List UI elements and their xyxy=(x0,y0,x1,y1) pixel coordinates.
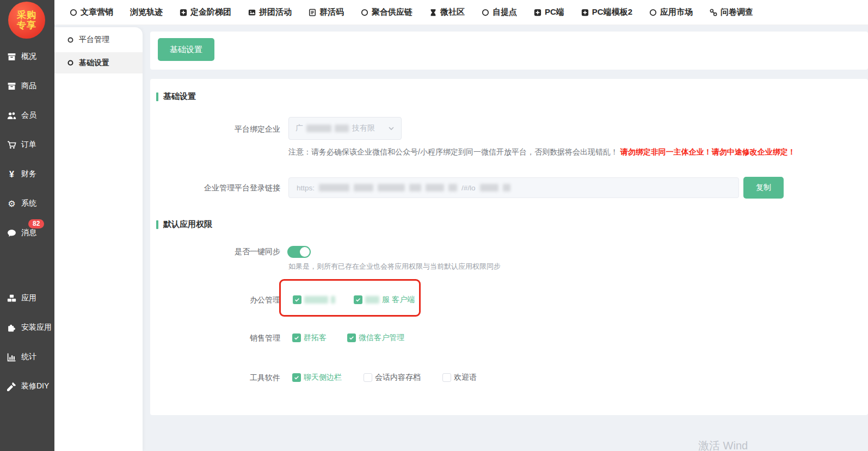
redacted-text xyxy=(448,184,457,191)
copy-button[interactable]: 复制 xyxy=(743,177,784,199)
sidebar-item-overview[interactable]: 概况 xyxy=(0,50,54,63)
circle-icon xyxy=(649,9,657,16)
checked-checkbox-icon xyxy=(347,333,356,342)
nav-item-browse-track[interactable]: 浏览轨迹 xyxy=(130,7,163,17)
sidebar-item-label: 概况 xyxy=(21,52,36,61)
sidebar-item-decorate-diy[interactable]: 装修DIY xyxy=(0,380,54,393)
office-checkbox-group: 服 客户端 xyxy=(293,295,415,305)
office-app2-checkbox[interactable]: 服 客户端 xyxy=(354,295,415,305)
nav-item-pc[interactable]: PC端 xyxy=(534,7,564,17)
unchecked-checkbox-icon xyxy=(364,373,372,382)
unchecked-checkbox-icon xyxy=(442,373,451,382)
redacted-text xyxy=(304,296,328,304)
nav-item-article-marketing[interactable]: 文章营销 xyxy=(70,7,113,17)
sidebar-item-finance[interactable]: ¥ 财务 xyxy=(0,168,54,181)
box-icon xyxy=(7,82,16,91)
hourglass-icon xyxy=(429,9,437,16)
sidebar-item-system[interactable]: ⚙ 系统 xyxy=(0,197,54,210)
nav-item-group-qr[interactable]: 群活码 xyxy=(309,7,344,17)
tab-card xyxy=(150,32,868,70)
nav-item-pc-template2[interactable]: PC端模板2 xyxy=(581,7,632,17)
checked-checkbox-icon xyxy=(292,373,301,382)
sales-management-label: 销售管理 xyxy=(250,333,280,343)
office-management-label: 办公管理 xyxy=(250,295,280,305)
sidebar-item-install-apps[interactable]: 安装应用 xyxy=(0,321,54,334)
login-link-label: 企业管理平台登录链接 xyxy=(204,183,280,193)
app-logo[interactable]: 采购 专享 xyxy=(8,2,45,39)
redacted-text xyxy=(354,184,373,191)
sales-checkbox-group: 群拓客 微信客户管理 xyxy=(292,333,404,343)
nav-item-group-buy[interactable]: 拼团活动 xyxy=(248,7,292,17)
bind-warning-text: 请勿绑定非同一主体企业！请勿中途修改企业绑定！ xyxy=(620,147,796,156)
sidebar-item-label: 消息 xyxy=(21,228,36,238)
stats-icon xyxy=(7,353,16,362)
login-link-input[interactable]: https: /#/lo xyxy=(288,177,739,198)
nav-item-micro-community[interactable]: 微社区 xyxy=(429,7,465,17)
plus-square-icon xyxy=(534,9,541,16)
chevron-down-icon xyxy=(388,125,395,132)
sales-wechat-customer-checkbox[interactable]: 微信客户管理 xyxy=(347,333,404,343)
chat-sidebar-checkbox[interactable]: 聊天侧边栏 xyxy=(292,373,342,382)
sidebar-item-products[interactable]: 商品 xyxy=(0,79,54,92)
cart-icon xyxy=(7,140,16,150)
nav-item-survey[interactable]: 问卷调查 xyxy=(710,7,753,17)
circle-icon xyxy=(361,9,368,16)
sidebar-item-label: 会员 xyxy=(21,110,36,120)
sales-qtk-checkbox[interactable]: 群拓客 xyxy=(292,333,327,343)
circle-icon xyxy=(70,9,77,16)
gears-icon: ⚙ xyxy=(7,199,16,208)
sidebar-item-messages[interactable]: 消息 82 xyxy=(0,226,54,239)
circle-icon xyxy=(67,37,73,43)
chat-icon xyxy=(7,228,16,238)
redacted-text xyxy=(426,184,444,191)
basic-settings-tab-button[interactable]: 基础设置 xyxy=(158,38,214,61)
company-bind-label: 平台绑定企业 xyxy=(235,125,280,134)
logo-line2: 专享 xyxy=(17,20,36,30)
sidebar-item-label: 统计 xyxy=(21,352,36,362)
secondary-sidebar: 平台管理 基础设置 xyxy=(54,27,143,451)
toggle-knob xyxy=(300,247,310,257)
redacted-text xyxy=(335,125,349,132)
tools-checkbox-group: 聊天侧边栏 会话内容存档 欢迎语 xyxy=(292,373,477,382)
primary-sidebar: 采购 专享 概况 商品 会员 订单 ¥ 财务 ⚙ 系统 消息 82 应用 安装应… xyxy=(0,0,54,451)
sidebar-item-label: 安装应用 xyxy=(21,323,52,332)
circle-icon xyxy=(67,60,73,66)
office-app1-checkbox[interactable] xyxy=(293,295,335,304)
redacted-text xyxy=(480,184,498,191)
sidebar-item-orders[interactable]: 订单 xyxy=(0,138,54,151)
redacted-text xyxy=(331,296,335,304)
company-select[interactable]: 广 技有限 xyxy=(288,117,402,140)
sidebar-item-label: 系统 xyxy=(21,199,36,208)
bind-note: 注意：请务必确保该企业微信和公众号/小程序绑定到同一微信开放平台，否则数据将会出… xyxy=(288,147,796,157)
box-icon xyxy=(7,52,16,61)
hammer-icon xyxy=(7,382,16,391)
nav-item-app-market[interactable]: 应用市场 xyxy=(649,7,693,17)
message-count-badge: 82 xyxy=(28,219,44,228)
sync-label: 是否一键同步 xyxy=(235,247,280,257)
nav-item-deposit-ladder-group[interactable]: 定金阶梯团 xyxy=(180,7,231,17)
checked-checkbox-icon xyxy=(292,333,301,342)
document-icon xyxy=(309,9,316,16)
sync-help-text: 如果是，则所有已存在企业也会将应用权限与当前默认应用权限同步 xyxy=(288,262,501,271)
sidebar-item-members[interactable]: 会员 xyxy=(0,109,54,122)
link-icon xyxy=(710,9,717,16)
welcome-message-checkbox[interactable]: 欢迎语 xyxy=(442,373,477,382)
redacted-text xyxy=(306,125,331,132)
sidebar-item-statistics[interactable]: 统计 xyxy=(0,350,54,363)
sidebar-item-apps[interactable]: 应用 xyxy=(0,292,54,305)
sidebar-item-label: 商品 xyxy=(21,81,36,91)
nav-item-supply-chain[interactable]: 聚合供应链 xyxy=(361,7,413,17)
logo-line1: 采购 xyxy=(17,10,36,20)
nav-item-pickup-point[interactable]: 自提点 xyxy=(482,7,517,17)
sync-toggle[interactable] xyxy=(287,246,311,258)
submenu-item-basic-settings[interactable]: 基础设置 xyxy=(54,53,143,73)
sidebar-item-label: 应用 xyxy=(21,293,36,303)
redacted-text xyxy=(319,184,349,191)
plus-square-icon xyxy=(180,9,187,16)
sidebar-item-label: 订单 xyxy=(21,140,36,150)
circle-icon xyxy=(482,9,489,16)
section-title-permissions: 默认应用权限 xyxy=(156,219,212,230)
sidebar-item-label: 财务 xyxy=(21,169,36,179)
session-archive-checkbox[interactable]: 会话内容存档 xyxy=(364,373,421,382)
submenu-item-platform-management[interactable]: 平台管理 xyxy=(54,27,143,53)
